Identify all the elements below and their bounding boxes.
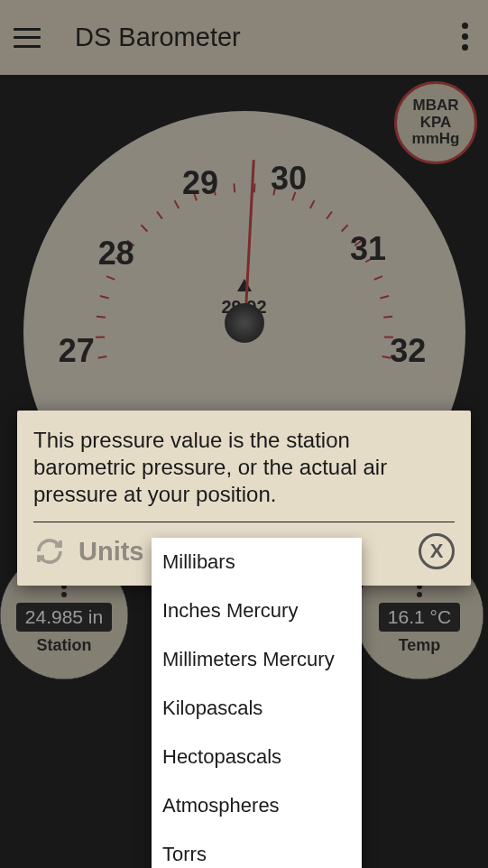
divider <box>33 522 455 522</box>
main-content: MBAR KPA mmHg 27 28 29 30 31 32 29.92 24… <box>0 75 488 868</box>
app-header: DS Barometer <box>0 0 488 75</box>
dropdown-item-inches-mercury[interactable]: Inches Mercury <box>152 586 362 635</box>
dropdown-item-hectopascals[interactable]: Hectopascals <box>152 733 362 781</box>
menu-icon[interactable] <box>14 28 41 48</box>
units-label: Units <box>78 537 144 567</box>
dropdown-item-atmospheres[interactable]: Atmospheres <box>152 781 362 830</box>
dialog-message: This pressure value is the station barom… <box>33 427 455 508</box>
close-button[interactable]: X <box>419 533 455 569</box>
units-selector[interactable]: Units <box>33 535 144 568</box>
units-dropdown: Millibars Inches Mercury Millimeters Mer… <box>152 538 362 868</box>
dropdown-item-kilopascals[interactable]: Kilopascals <box>152 684 362 733</box>
dropdown-item-millimeters-mercury[interactable]: Millimeters Mercury <box>152 635 362 684</box>
close-icon: X <box>430 540 444 563</box>
dropdown-item-millibars[interactable]: Millibars <box>152 538 362 586</box>
overflow-menu-icon[interactable] <box>462 23 468 51</box>
refresh-icon <box>33 535 66 568</box>
dropdown-item-torrs[interactable]: Torrs <box>152 830 362 868</box>
app-title: DS Barometer <box>75 23 241 52</box>
